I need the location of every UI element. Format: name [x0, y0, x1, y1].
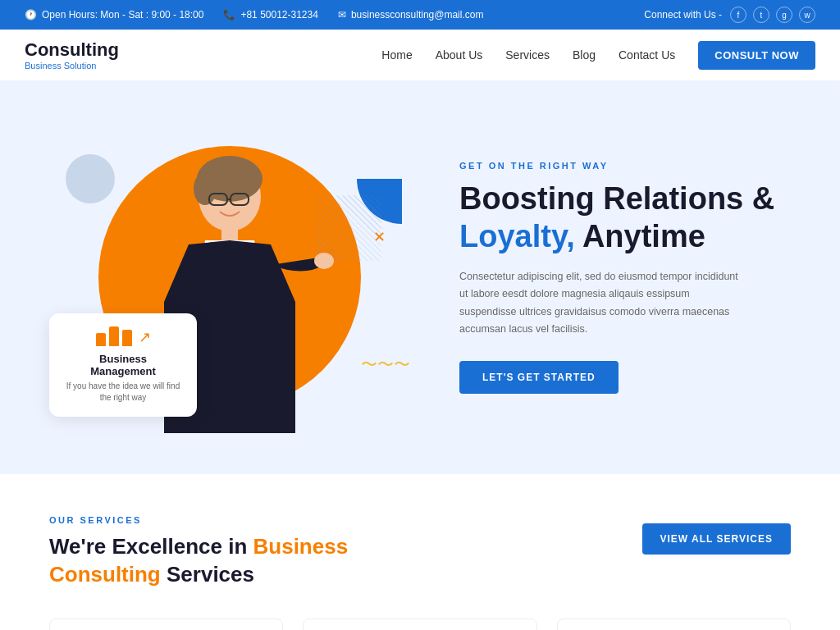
service-card-marketing-services: Marketing Services Consectetur adipiscin… — [557, 619, 791, 630]
hero-title-line2: Anytime — [575, 219, 705, 253]
googleplus-icon[interactable]: g — [776, 7, 792, 23]
clock-icon: 🕐 — [25, 9, 37, 21]
services-grid: $ Profit Planning Consectetur adipiscing… — [49, 619, 791, 630]
hero-title: Boosting Relations & Loyalty, Anytime — [459, 180, 791, 255]
svg-point-10 — [314, 253, 334, 269]
logo-sub: Business Solution — [25, 61, 119, 71]
cross-deco: ✕ — [373, 228, 386, 246]
hero-left: ✕ 〜〜〜 — [49, 130, 427, 425]
hero-title-highlight: Loyalty, — [459, 219, 575, 253]
connect-label: Connect with Us - — [644, 9, 722, 21]
business-management-card: ↗ Business Management If you have the id… — [49, 313, 197, 417]
nav-services[interactable]: Services — [505, 48, 550, 62]
nav-links: Home About Us Services Blog Contact Us C… — [381, 41, 815, 70]
nav-about[interactable]: About Us — [436, 48, 483, 62]
services-tag: OUR SERVICES — [49, 515, 348, 525]
navbar: Consulting Business Solution Home About … — [0, 30, 840, 80]
services-header: OUR SERVICES We're Excellence in Busines… — [49, 515, 791, 589]
twitter-icon[interactable]: t — [753, 7, 769, 23]
nav-blog[interactable]: Blog — [573, 48, 596, 62]
top-bar-right: Connect with Us - f t g w — [644, 7, 815, 23]
email-text: businessconsulting@mail.com — [351, 9, 484, 21]
nav-contact[interactable]: Contact Us — [619, 48, 675, 62]
logo: Consulting Business Solution — [25, 39, 119, 71]
top-bar-left: 🕐 Open Hours: Mon - Sat : 9:00 - 18:00 📞… — [25, 9, 483, 21]
services-title-block: OUR SERVICES We're Excellence in Busines… — [49, 515, 348, 589]
nav-home[interactable]: Home — [381, 48, 412, 62]
services-title-line1: We're Excellence in — [49, 534, 247, 559]
social-icons: f t g w — [730, 7, 815, 23]
chart-icon: ↗ — [66, 326, 180, 346]
service-card-human-resources: Human Resources Consectetur adipiscing e… — [303, 619, 536, 630]
email-icon: ✉ — [338, 9, 346, 21]
consult-now-button[interactable]: CONSULT NOW — [698, 41, 815, 70]
hero-description: Consectetur adipiscing elit, sed do eius… — [459, 268, 738, 338]
phone-icon: 📞 — [223, 9, 235, 21]
hero-tag: GET ON THE RIGHT WAY — [459, 161, 791, 171]
services-title-orange1: Business — [253, 534, 349, 559]
hero-right: GET ON THE RIGHT WAY Boosting Relations … — [427, 161, 791, 394]
hours-text: Open Hours: Mon - Sat : 9:00 - 18:00 — [42, 9, 203, 21]
zigzag-deco: 〜〜〜 — [361, 354, 410, 376]
services-section: OUR SERVICES We're Excellence in Busines… — [0, 474, 840, 630]
svg-point-2 — [194, 172, 217, 205]
phone-item: 📞 +81 50012-31234 — [223, 9, 317, 21]
lets-get-started-button[interactable]: LET'S GET STARTED — [459, 361, 619, 394]
top-bar: 🕐 Open Hours: Mon - Sat : 9:00 - 18:00 📞… — [0, 0, 840, 30]
facebook-icon[interactable]: f — [730, 7, 746, 23]
biz-card-desc: If you have the idea we will find the ri… — [66, 381, 180, 404]
gray-circle-deco — [66, 154, 115, 203]
chart-arrow: ↗ — [139, 328, 151, 346]
services-title-line2: Services — [167, 562, 254, 587]
hero-title-line1: Boosting Relations & — [459, 181, 774, 216]
biz-card-title: Business Management — [66, 353, 180, 377]
hero-section: ✕ 〜〜〜 — [0, 80, 840, 474]
services-title-orange2: Consulting — [49, 562, 161, 587]
whatsapp-icon[interactable]: w — [799, 7, 815, 23]
logo-name: Consulting — [25, 39, 119, 61]
hours-item: 🕐 Open Hours: Mon - Sat : 9:00 - 18:00 — [25, 9, 203, 21]
email-item: ✉ businessconsulting@mail.com — [338, 9, 484, 21]
services-title: We're Excellence in Business Consulting … — [49, 533, 348, 589]
service-card-profit-planning: $ Profit Planning Consectetur adipiscing… — [49, 619, 283, 630]
view-all-services-button[interactable]: VIEW ALL SERVICES — [642, 523, 791, 555]
phone-text: +81 50012-31234 — [240, 9, 317, 21]
